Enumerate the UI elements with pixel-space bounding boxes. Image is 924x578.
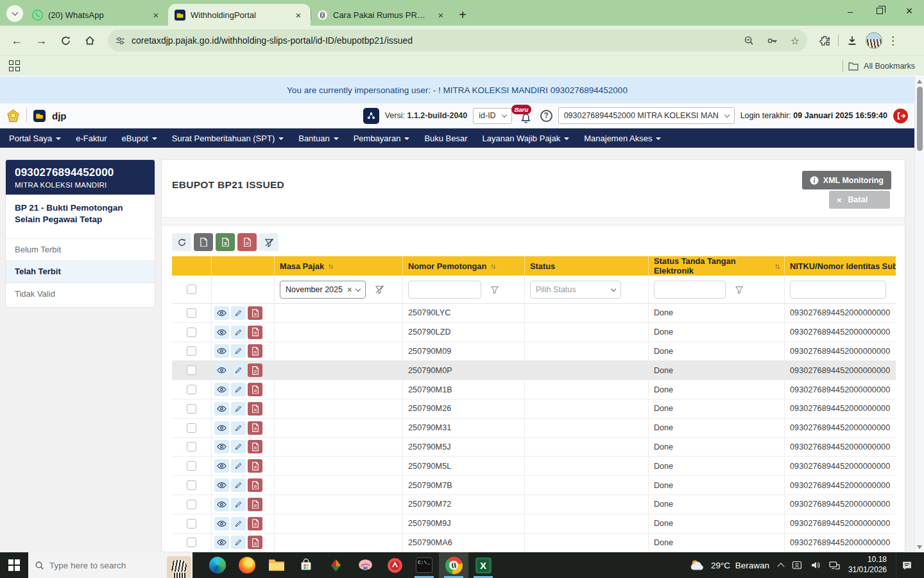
nav-item-e-faktur[interactable]: e-Faktur	[76, 134, 107, 143]
account-select[interactable]: 0930276894452000 MITRA KOLEKSI MANDIRI	[558, 107, 735, 124]
nomor-pemotongan-filter-input[interactable]	[408, 281, 481, 299]
sort-icon[interactable]: ↑↓	[774, 262, 779, 270]
window-close-button[interactable]: ×	[894, 0, 924, 22]
download-pdf-button[interactable]	[248, 517, 262, 530]
row-checkbox[interactable]	[187, 480, 196, 490]
nav-item-portal-saya[interactable]: Portal Saya	[9, 134, 61, 143]
export-excel-button[interactable]	[216, 233, 235, 251]
edit-button[interactable]	[231, 498, 246, 511]
address-bar[interactable]: coretaxdjp.pajak.go.id/withholding-slips…	[108, 30, 807, 51]
table-row[interactable]: 250790M0PDone0930276894452000000000	[172, 361, 896, 380]
tab-close-icon[interactable]: ×	[293, 9, 304, 21]
refresh-table-button[interactable]	[172, 233, 191, 251]
share-app-button[interactable]	[363, 108, 379, 124]
edit-button[interactable]	[231, 440, 246, 453]
browser-tab[interactable]: WithholdingPortal×	[168, 4, 311, 26]
profile-avatar[interactable]	[866, 32, 882, 49]
download-pdf-button[interactable]	[248, 326, 262, 339]
table-row[interactable]: 250790M1BDone0930276894452000000000	[172, 380, 896, 399]
select-all-checkbox[interactable]	[187, 285, 196, 294]
taskbar-clock[interactable]: 10.18 31/01/2026	[848, 555, 887, 575]
download-pdf-button[interactable]	[248, 459, 262, 473]
tray-meet-icon[interactable]	[792, 560, 802, 570]
row-checkbox[interactable]	[187, 538, 196, 547]
scroll-up-arrow[interactable]	[917, 80, 922, 83]
edit-button[interactable]	[231, 383, 246, 396]
search-input[interactable]	[49, 561, 146, 570]
view-button[interactable]	[214, 326, 229, 339]
view-button[interactable]	[214, 478, 229, 492]
window-minimize-button[interactable]: –	[835, 0, 865, 22]
xml-monitoring-button[interactable]: XML Monitoring	[802, 171, 891, 189]
export-pdf-button[interactable]	[237, 233, 257, 251]
sidebar-item-tidak-valid[interactable]: Tidak Valid	[6, 283, 155, 304]
row-checkbox[interactable]	[187, 365, 196, 375]
view-button[interactable]	[214, 440, 229, 453]
sidebar-item-telah-terbit[interactable]: Telah Terbit	[6, 260, 155, 283]
browser-tab[interactable]: (20) WhatsApp×	[26, 4, 168, 26]
tray-volume-icon[interactable]	[810, 560, 821, 570]
nav-item-manajemen-akses[interactable]: Manajemen Akses	[584, 134, 661, 143]
bookmark-star-icon[interactable]: ☆	[787, 32, 803, 49]
extensions-icon[interactable]	[816, 32, 833, 49]
taskbar-anydesk-icon[interactable]	[380, 552, 409, 578]
download-pdf-button[interactable]	[248, 498, 262, 511]
password-key-icon[interactable]	[764, 32, 780, 49]
help-button[interactable]: ?	[540, 110, 552, 122]
logout-button[interactable]	[893, 109, 908, 123]
search-highlight-zebra-image[interactable]	[167, 556, 191, 578]
taskbar-search[interactable]	[28, 552, 193, 578]
masa-pajak-filter-select[interactable]: November 2025 ×	[280, 281, 366, 299]
row-checkbox[interactable]	[187, 308, 196, 318]
edit-button[interactable]	[231, 402, 246, 416]
table-row[interactable]: 250790M72Done0930276894452000000000	[172, 495, 896, 514]
taskbar-terminal-icon[interactable]: C:\_	[409, 552, 439, 578]
nav-item-layanan-wajib-pajak[interactable]: Layanan Wajib Pajak	[483, 134, 570, 143]
browser-menu-icon[interactable]: ⋮	[887, 34, 898, 48]
view-button[interactable]	[214, 383, 229, 396]
view-button[interactable]	[214, 344, 229, 358]
new-tab-button[interactable]: +	[453, 5, 472, 24]
table-row[interactable]: 250790M09Done0930276894452000000000	[172, 342, 896, 362]
edit-button[interactable]	[231, 517, 246, 530]
download-pdf-button[interactable]	[248, 306, 262, 320]
row-checkbox[interactable]	[187, 404, 196, 414]
nav-item-pembayaran[interactable]: Pembayaran	[354, 134, 410, 143]
table-row[interactable]: 250790LZDDone0930276894452000000000	[172, 323, 896, 342]
view-button[interactable]	[214, 517, 229, 530]
home-button[interactable]	[80, 30, 100, 51]
taskbar-store-icon[interactable]	[291, 552, 321, 578]
row-checkbox[interactable]	[187, 385, 196, 394]
view-button[interactable]	[214, 363, 229, 377]
start-button[interactable]	[0, 552, 28, 578]
taskbar-file-explorer-icon[interactable]	[262, 552, 291, 578]
table-row[interactable]: 250790M26Done0930276894452000000000	[172, 399, 896, 419]
taskbar-edge-icon[interactable]	[203, 552, 232, 578]
nitku-filter-input[interactable]	[790, 281, 886, 299]
batal-button[interactable]: × Batal	[829, 191, 890, 209]
browser-tab[interactable]: Cara Pakai Rumus PROPER×	[311, 4, 453, 26]
back-button[interactable]: ←	[6, 30, 27, 51]
table-row[interactable]: 250790M31Done0930276894452000000000	[172, 419, 896, 438]
sort-icon[interactable]: ↑↓	[328, 262, 332, 270]
ttd-funnel-button[interactable]	[735, 285, 744, 294]
table-row[interactable]: 250790M9JDone0930276894452000000000	[172, 514, 896, 534]
edit-button[interactable]	[231, 536, 246, 549]
locale-select[interactable]: id-ID	[473, 108, 511, 124]
nav-item-buku-besar[interactable]: Buku Besar	[424, 134, 467, 143]
table-row[interactable]: 250790M5JDone0930276894452000000000	[172, 438, 896, 457]
table-row[interactable]: 250790M5LDone0930276894452000000000	[172, 457, 896, 476]
notification-center-button[interactable]	[896, 552, 918, 578]
row-checkbox[interactable]	[187, 328, 196, 337]
row-checkbox[interactable]	[187, 519, 196, 529]
downloads-icon[interactable]	[844, 32, 860, 49]
view-button[interactable]	[214, 402, 229, 416]
view-button[interactable]	[214, 498, 229, 511]
edit-button[interactable]	[231, 344, 246, 358]
edit-button[interactable]	[231, 306, 246, 320]
download-pdf-button[interactable]	[248, 363, 262, 377]
nav-item-ebupot[interactable]: eBupot	[122, 134, 157, 143]
row-checkbox[interactable]	[187, 500, 196, 509]
taskbar-firefox-icon[interactable]	[232, 552, 262, 578]
table-row[interactable]: 250790MA6Done0930276894452000000000	[172, 534, 896, 552]
